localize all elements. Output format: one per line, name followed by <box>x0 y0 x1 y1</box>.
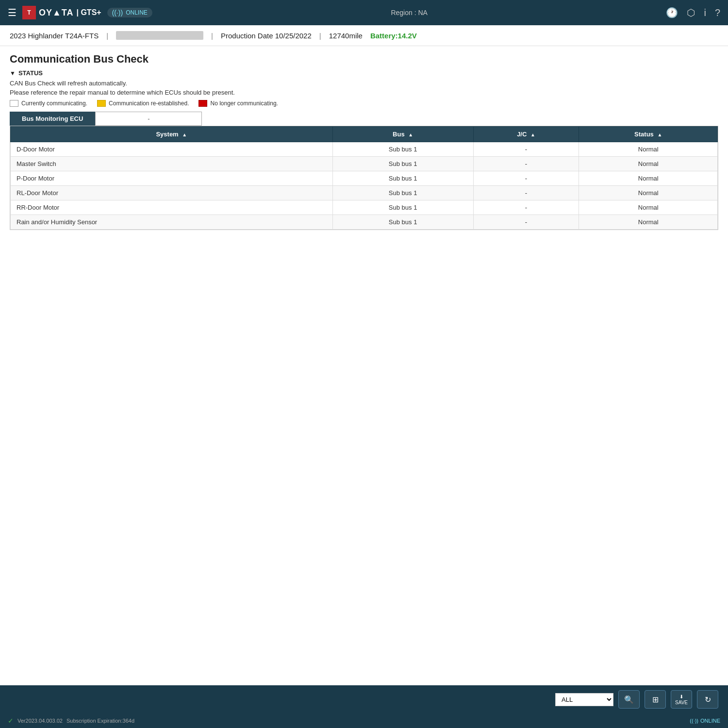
cell-status: Normal <box>579 142 718 157</box>
sort-system-icon: ▲ <box>182 132 187 137</box>
cell-system: Master Switch <box>11 157 333 171</box>
navbar-icons: 🕐 ⬡ i ? <box>666 7 720 18</box>
footer-status-bar: ✓ Ver2023.04.003.02 Subscription Expirat… <box>0 713 728 728</box>
cell-bus: Sub bus 1 <box>332 200 473 215</box>
search-button[interactable]: 🔍 <box>618 690 640 709</box>
gts-label: | GTS+ <box>76 8 101 17</box>
vehicle-model: 2023 Highlander T24A-FTS <box>10 32 99 40</box>
filter-select[interactable]: ALL Normal Error <box>555 693 613 706</box>
table-row: P-Door MotorSub bus 1-Normal <box>11 171 718 186</box>
cell-jc: - <box>473 215 579 230</box>
legend-red-label: No longer communicating. <box>210 100 278 107</box>
table-row: Master SwitchSub bus 1-Normal <box>11 157 718 171</box>
status-line1: CAN Bus Check will refresh automatically… <box>10 80 718 87</box>
status-label: STATUS <box>18 69 43 77</box>
sort-jc-icon: ▲ <box>530 132 535 137</box>
save-download-icon: ⬇ <box>679 694 683 699</box>
status-line2: Please reference the repair manual to de… <box>10 89 718 96</box>
history-icon[interactable]: 🕐 <box>666 7 678 18</box>
cell-system: D-Door Motor <box>11 142 333 157</box>
online-label: ONLINE <box>126 9 148 16</box>
footer-version: Ver2023.04.003.02 <box>17 718 63 724</box>
separator3: | <box>319 32 321 40</box>
footer-online: ((·)) ONLINE <box>690 718 720 724</box>
tab-bus-monitoring-ecu[interactable]: Bus Monitoring ECU <box>10 112 95 126</box>
cell-status: Normal <box>579 171 718 186</box>
legend-white-label: Currently communicating. <box>21 100 87 107</box>
cell-jc: - <box>473 142 579 157</box>
cell-status: Normal <box>579 186 718 200</box>
col-system[interactable]: System ▲ <box>11 127 333 142</box>
cell-bus: Sub bus 1 <box>332 157 473 171</box>
cell-bus: Sub bus 1 <box>332 186 473 200</box>
cell-system: RL-Door Motor <box>11 186 333 200</box>
cell-system: P-Door Motor <box>11 171 333 186</box>
info-icon[interactable]: i <box>704 7 706 18</box>
table-row: RR-Door MotorSub bus 1-Normal <box>11 200 718 215</box>
region-label: Region : NA <box>158 9 661 17</box>
bottom-action-bar: ALL Normal Error 🔍 ⊞ ⬇ SAVE ↻ <box>0 685 728 713</box>
table-wrapper: System ▲ Bus ▲ J/C ▲ Status <box>10 126 718 230</box>
cell-jc: - <box>473 157 579 171</box>
grid-icon: ⊞ <box>652 695 659 704</box>
cell-jc: - <box>473 186 579 200</box>
external-link-icon[interactable]: ⬡ <box>687 7 695 18</box>
toyota-red-box: T <box>22 6 36 19</box>
search-icon: 🔍 <box>624 695 634 704</box>
footer-subscription: Subscription Expiration:364d <box>66 718 134 724</box>
content-area: ▼ STATUS CAN Bus Check will refresh auto… <box>0 69 728 230</box>
collapse-arrow[interactable]: ▼ <box>10 70 16 77</box>
refresh-button[interactable]: ↻ <box>697 690 718 709</box>
tab-row: Bus Monitoring ECU <box>10 112 718 126</box>
separator1: | <box>106 32 108 40</box>
table-row: D-Door MotorSub bus 1-Normal <box>11 142 718 157</box>
footer-check-icon: ✓ <box>8 717 14 725</box>
sort-bus-icon: ▲ <box>408 132 413 137</box>
tab-input-field[interactable] <box>95 112 202 126</box>
mileage: 12740mile <box>329 32 363 40</box>
cell-bus: Sub bus 1 <box>332 142 473 157</box>
footer-wifi-icon: ((·)) <box>690 718 698 724</box>
brand-logo: T OY▲TA | GTS+ <box>22 6 101 19</box>
footer-left: ✓ Ver2023.04.003.02 Subscription Expirat… <box>8 717 134 725</box>
vin-number <box>116 31 203 40</box>
cell-bus: Sub bus 1 <box>332 171 473 186</box>
legend-red: No longer communicating. <box>199 100 278 107</box>
cell-jc: - <box>473 171 579 186</box>
help-icon[interactable]: ? <box>715 7 720 18</box>
cell-bus: Sub bus 1 <box>332 215 473 230</box>
table-row: RL-Door MotorSub bus 1-Normal <box>11 186 718 200</box>
table-row: Rain and/or Humidity SensorSub bus 1-Nor… <box>11 215 718 230</box>
wifi-icon: ((·)) <box>112 9 123 17</box>
legend: Currently communicating. Communication r… <box>10 100 718 107</box>
save-label: SAVE <box>675 700 688 705</box>
legend-yellow-label: Communication re-established. <box>109 100 189 107</box>
production-date: Production Date 10/25/2022 <box>221 32 312 40</box>
battery-value: Battery:14.2V <box>370 32 417 40</box>
navbar: ☰ T OY▲TA | GTS+ ((·)) ONLINE Region : N… <box>0 0 728 25</box>
col-jc[interactable]: J/C ▲ <box>473 127 579 142</box>
data-table: System ▲ Bus ▲ J/C ▲ Status <box>10 126 718 230</box>
separator2: | <box>211 32 213 40</box>
cell-status: Normal <box>579 215 718 230</box>
grid-button[interactable]: ⊞ <box>645 690 666 709</box>
legend-red-box <box>199 100 207 107</box>
col-bus[interactable]: Bus ▲ <box>332 127 473 142</box>
table-body: D-Door MotorSub bus 1-NormalMaster Switc… <box>11 142 718 230</box>
page-title: Communication Bus Check <box>0 46 728 69</box>
bottom-container: ALL Normal Error 🔍 ⊞ ⬇ SAVE ↻ ✓ Ver2023.… <box>0 685 728 728</box>
vehicle-bar: 2023 Highlander T24A-FTS | | Production … <box>0 25 728 46</box>
menu-icon[interactable]: ☰ <box>8 7 17 18</box>
legend-yellow: Communication re-established. <box>97 100 189 107</box>
brand-text: OY▲TA <box>39 8 73 18</box>
legend-white-box <box>10 100 18 107</box>
table-header-row: System ▲ Bus ▲ J/C ▲ Status <box>11 127 718 142</box>
col-status[interactable]: Status ▲ <box>579 127 718 142</box>
save-button[interactable]: ⬇ SAVE <box>671 690 692 709</box>
legend-yellow-box <box>97 100 106 107</box>
legend-white: Currently communicating. <box>10 100 87 107</box>
cell-jc: - <box>473 200 579 215</box>
status-section: ▼ STATUS CAN Bus Check will refresh auto… <box>10 69 718 107</box>
status-header: ▼ STATUS <box>10 69 718 77</box>
cell-status: Normal <box>579 157 718 171</box>
